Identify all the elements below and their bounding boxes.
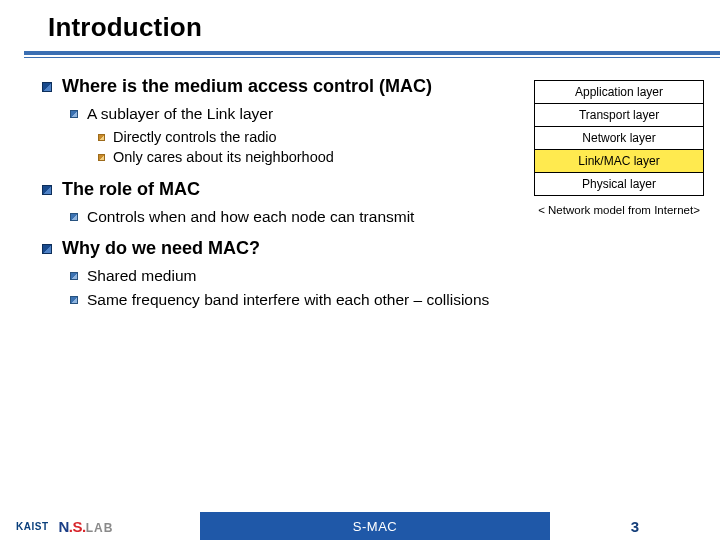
nslab-s: S [73,518,83,535]
network-model-table: Application layer Transport layer Networ… [534,80,704,216]
layer-row-application: Application layer [534,80,704,104]
network-model-caption: < Network model from Internet> [534,204,704,216]
bullet-square-l2-icon [70,110,78,118]
bullet-text: Shared medium [87,267,196,285]
bullet-square-l2-icon [70,213,78,221]
title-underline [0,51,720,58]
bullet-square-l3-icon [98,134,105,141]
slide: Introduction Where is the medium access … [0,0,720,540]
bullet-square-l1-icon [42,185,52,195]
nslab-n: N [59,518,69,535]
bullet-text: Where is the medium access control (MAC) [62,76,432,97]
layer-row-link-mac: Link/MAC layer [534,150,704,173]
bullet-square-l2-icon [70,296,78,304]
layer-row-transport: Transport layer [534,104,704,127]
bullet-square-l3-icon [98,154,105,161]
nslab-lab: LAB [86,521,114,535]
nslab-logo: N.S.LAB [59,518,114,535]
page-number: 3 [550,512,720,540]
bullet-text: Why do we need MAC? [62,238,260,259]
bullet-square-l2-icon [70,272,78,280]
footer-center-label: S-MAC [200,512,550,540]
bullet-text: The role of MAC [62,179,200,200]
title-area: Introduction [0,0,720,58]
bullet-text: A sublayer of the Link layer [87,105,273,123]
bullet-text: Same frequency band interfere with each … [87,291,489,309]
bullet-square-l1-icon [42,244,52,254]
slide-title: Introduction [0,12,720,43]
footer-left-logos: KAIST N.S.LAB [0,512,200,540]
kaist-text: KAIST [16,521,49,532]
underline-thick [24,51,720,55]
layer-row-network: Network layer [534,127,704,150]
bullet-collisions: Same frequency band interfere with each … [70,291,706,309]
bullet-why-need-mac: Why do we need MAC? [42,238,706,259]
bullet-text: Directly controls the radio [113,129,277,145]
slide-footer: KAIST N.S.LAB S-MAC 3 [0,512,720,540]
bullet-text: Only cares about its neighborhood [113,149,334,165]
bullet-square-l1-icon [42,82,52,92]
kaist-logo: KAIST [16,521,49,532]
layer-row-physical: Physical layer [534,173,704,196]
bullet-shared-medium: Shared medium [70,267,706,285]
bullet-text: Controls when and how each node can tran… [87,208,414,226]
